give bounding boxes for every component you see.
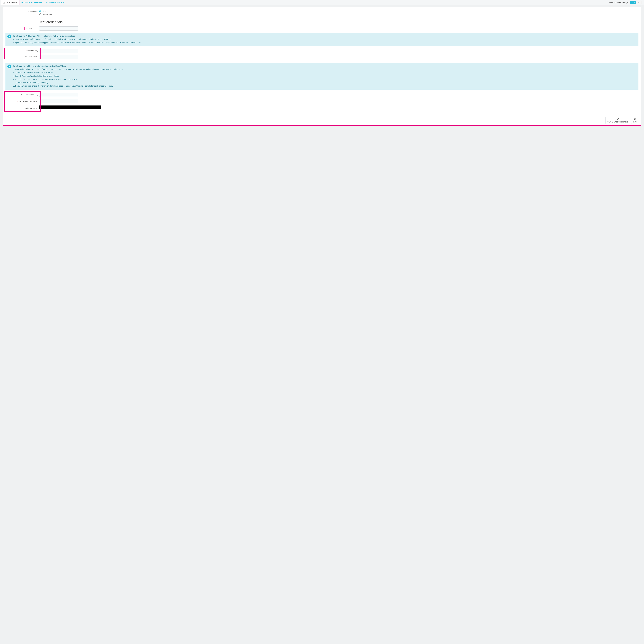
- help-webhooks: ? To retrieve the webhooks credentials, …: [6, 63, 638, 90]
- section-heading-test-credentials: Test credentials: [39, 20, 639, 24]
- help-webhooks-line2: Go to Configuration > Technical informat…: [13, 68, 124, 71]
- radio-production[interactable]: Production: [39, 13, 639, 15]
- save-button[interactable]: Save: [631, 117, 639, 124]
- row-webhooks-url: Webhooks URL: [5, 106, 41, 110]
- row-test-pspid: *Test PSPID: [5, 26, 639, 31]
- help-webhooks-warning: If you have several shops & different cr…: [13, 84, 124, 87]
- label-webhooks-key: Test Webhooks Key: [21, 94, 38, 96]
- help-api-line2: > Login to the Back Office. Go to Config…: [13, 38, 141, 41]
- input-test-pspid[interactable]: [39, 26, 78, 31]
- required-marker: *: [26, 27, 27, 30]
- label-test-api-secret: Test API Secret: [25, 55, 38, 58]
- label-environment: Environment: [26, 10, 38, 13]
- row-webhooks-key-input: x: [5, 92, 639, 97]
- radio-test-label: Test: [43, 10, 46, 12]
- tab-advanced-settings-label: ADVANCED SETTINGS: [24, 2, 42, 3]
- help-webhooks-line5: > In "Endpoints URLs", paste the Webhook…: [13, 78, 124, 81]
- tab-advanced-settings[interactable]: ADVANCED SETTINGS: [19, 0, 44, 5]
- input-webhooks-key[interactable]: [39, 93, 78, 97]
- input-webhooks-secret[interactable]: [39, 99, 78, 103]
- help-webhooks-line4: > Copy & Paste the WebhooksKeySecret imm…: [13, 75, 124, 77]
- radio-icon: [39, 13, 41, 15]
- row-webhooks-secret: *Test Webhooks Secret: [5, 100, 41, 103]
- check-icon: [616, 117, 619, 120]
- save-check-button[interactable]: Save & Check credentials: [605, 117, 630, 124]
- row-test-api-key-input: x: [5, 49, 639, 53]
- settings-tabbar: MY ACCOUNT ADVANCED SETTINGS PAYMENT MET…: [0, 0, 644, 5]
- help-api-line1: To retrieve the API Key and API secret i…: [13, 35, 141, 37]
- save-label: Save: [633, 121, 637, 123]
- credit-card-icon: [46, 2, 48, 3]
- save-check-label: Save & Check credentials: [607, 121, 628, 123]
- radio-production-label: Production: [43, 13, 52, 15]
- webhooks-url-redacted: [39, 105, 101, 109]
- account-panel: Environment Test Production Test credent…: [3, 7, 641, 115]
- user-icon: [3, 2, 5, 4]
- help-icon: ?: [7, 35, 11, 38]
- input-test-api-key[interactable]: [39, 49, 78, 53]
- help-api-line3: > If you have not configured anything ye…: [13, 41, 141, 44]
- toggle-no[interactable]: NO: [636, 1, 642, 4]
- show-advanced-label: Show advanced settings: [608, 1, 628, 3]
- cogs-icon: [21, 2, 23, 3]
- help-webhooks-line1: To retrieve the webhooks credentials, lo…: [13, 65, 124, 67]
- label-webhooks-url: Webhooks URL: [24, 107, 38, 109]
- row-heading: Test credentials: [5, 18, 639, 25]
- tab-payment-methods-label: PAYMENT METHODS: [49, 2, 66, 3]
- required-marker: *: [26, 50, 27, 52]
- row-test-api-secret-input: x: [5, 54, 639, 59]
- help-icon: ?: [7, 65, 11, 68]
- radio-icon: [39, 10, 41, 12]
- panel-footer: Save & Check credentials Save: [3, 115, 641, 126]
- label-test-api-key: Test API Key: [27, 50, 38, 52]
- tab-my-account-label: MY ACCOUNT: [6, 2, 17, 4]
- row-environment: Environment Test Production: [5, 10, 639, 16]
- row-webhooks-url-value: x: [5, 105, 639, 109]
- help-api-credentials: ? To retrieve the API Key and API secret…: [6, 33, 638, 46]
- row-test-api-key: *Test API Key: [5, 49, 41, 53]
- required-marker: *: [17, 100, 18, 103]
- tab-payment-methods[interactable]: PAYMENT METHODS: [44, 0, 68, 5]
- toggle-yes[interactable]: YES: [630, 1, 636, 4]
- tab-my-account[interactable]: MY ACCOUNT: [1, 0, 19, 5]
- help-webhooks-line3: > Click on "GENERATE WEBHOOKS API KEY": [13, 71, 124, 74]
- row-webhooks-key: *Test Webhooks Key: [5, 93, 41, 96]
- show-advanced-toggle[interactable]: YES NO: [630, 1, 642, 4]
- row-test-api-secret: *Test API Secret: [5, 55, 41, 58]
- input-test-api-secret[interactable]: [39, 55, 78, 59]
- required-marker: *: [20, 94, 20, 96]
- label-webhooks-secret: Test Webhooks Secret: [19, 100, 38, 103]
- floppy-icon: [634, 117, 637, 120]
- help-webhooks-line6: > Click on "SAVE" to confirm your settin…: [13, 81, 124, 84]
- row-webhooks-secret-input: x: [5, 99, 639, 103]
- label-test-pspid: Test PSPID: [27, 27, 37, 30]
- radio-test[interactable]: Test: [39, 10, 639, 12]
